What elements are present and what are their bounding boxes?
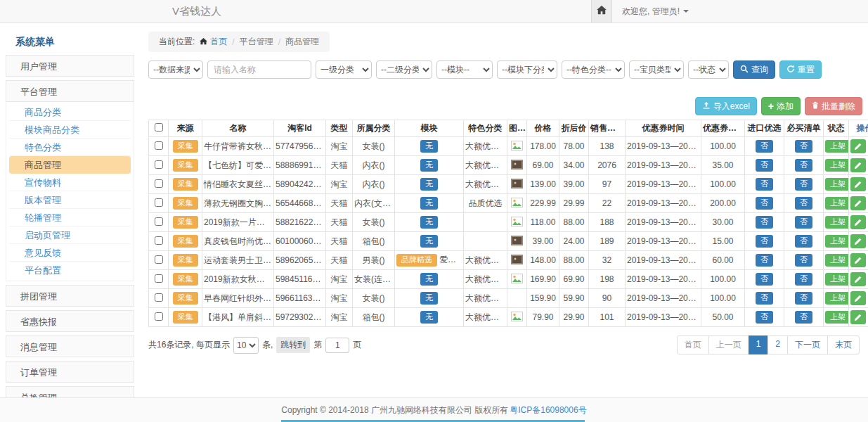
- filter-select-category-level2[interactable]: --二级分类--: [376, 60, 432, 79]
- import-select-badge[interactable]: 否: [756, 178, 773, 191]
- sidebar-subitem-轮播管理[interactable]: 轮播管理: [9, 209, 131, 226]
- cell-coupon-time: 2019-09-13—2019-09-17: [626, 194, 701, 213]
- status-badge[interactable]: 上架: [825, 197, 849, 210]
- filter-select-status[interactable]: --状态--: [688, 60, 729, 79]
- sidebar-subitem-商品管理[interactable]: 商品管理: [9, 156, 131, 174]
- products-table: 来源名称淘客Id类型所属分类模块特色分类图标价格折后价销售数量优惠券时间优惠券金…: [148, 120, 868, 327]
- col-header-折后价: 折后价: [559, 120, 589, 137]
- edit-button[interactable]: [850, 215, 866, 229]
- sidebar-subitem-版本管理[interactable]: 版本管理: [9, 191, 131, 209]
- search-button[interactable]: 查询: [733, 60, 775, 79]
- home-shortcut-button[interactable]: [591, 0, 612, 23]
- cell-must-buy: 否: [784, 213, 824, 232]
- import-select-badge[interactable]: 否: [756, 159, 773, 172]
- filter-select-feature-category[interactable]: --特色分类--: [562, 60, 625, 79]
- edit-button[interactable]: [850, 310, 866, 324]
- sidebar-subitem-意见反馈[interactable]: 意见反馈: [9, 244, 131, 262]
- status-badge[interactable]: 上架: [825, 140, 849, 153]
- sidebar-item-平台管理[interactable]: 平台管理: [6, 80, 134, 102]
- page-button-首页[interactable]: 首页: [677, 335, 709, 354]
- edit-button[interactable]: [850, 158, 866, 172]
- edit-button[interactable]: [850, 272, 866, 286]
- row-checkbox[interactable]: [155, 236, 163, 245]
- sidebar-subitem-模块商品分类[interactable]: 模块商品分类: [9, 121, 131, 139]
- status-badge[interactable]: 上架: [825, 311, 849, 324]
- status-badge[interactable]: 上架: [825, 254, 849, 267]
- sidebar-item-消息管理[interactable]: 消息管理: [6, 335, 134, 357]
- edit-button[interactable]: [850, 196, 866, 210]
- status-badge[interactable]: 上架: [825, 235, 849, 248]
- must-buy-badge[interactable]: 否: [795, 273, 812, 286]
- sidebar-subitem-特色分类[interactable]: 特色分类: [9, 139, 131, 156]
- filter-select-data-source[interactable]: --数据来源--: [148, 60, 203, 79]
- row-checkbox[interactable]: [155, 274, 163, 283]
- row-checkbox[interactable]: [155, 312, 163, 321]
- batch-delete-button[interactable]: 批量删除: [805, 97, 862, 115]
- status-badge[interactable]: 上架: [825, 216, 849, 229]
- must-buy-badge[interactable]: 否: [795, 254, 812, 267]
- import-select-badge[interactable]: 否: [756, 292, 773, 305]
- sidebar-item-拼团管理[interactable]: 拼团管理: [6, 285, 134, 307]
- jump-to-button[interactable]: 跳转到: [276, 337, 310, 353]
- import-select-badge[interactable]: 否: [756, 273, 773, 286]
- import-excel-button[interactable]: 导入excel: [695, 97, 757, 115]
- must-buy-badge[interactable]: 否: [795, 292, 812, 305]
- filter-select-category-level1[interactable]: 一级分类: [316, 60, 372, 79]
- filter-select-module[interactable]: --模块--: [436, 60, 493, 79]
- must-buy-badge[interactable]: 否: [795, 178, 812, 191]
- must-buy-badge[interactable]: 否: [795, 197, 812, 210]
- row-checkbox[interactable]: [155, 160, 163, 169]
- sidebar-subitem-商品分类[interactable]: 商品分类: [9, 103, 131, 121]
- filter-select-module-sub-category[interactable]: --模块下分类--: [497, 60, 557, 79]
- status-badge[interactable]: 上架: [825, 159, 849, 172]
- user-menu[interactable]: 欢迎您, 管理员!: [622, 6, 689, 18]
- sidebar-subitem-宣传物料[interactable]: 宣传物料: [9, 174, 131, 191]
- import-select-badge[interactable]: 否: [756, 235, 773, 248]
- status-badge[interactable]: 上架: [825, 178, 849, 191]
- page-button-1[interactable]: 1: [749, 335, 769, 354]
- reset-button[interactable]: 重置: [779, 60, 822, 79]
- sidebar-item-用户管理[interactable]: 用户管理: [6, 55, 134, 77]
- status-badge[interactable]: 上架: [825, 273, 849, 286]
- sidebar-subitem-启动页管理[interactable]: 启动页管理: [9, 226, 131, 244]
- import-select-badge[interactable]: 否: [756, 311, 773, 324]
- page-button-下一页[interactable]: 下一页: [787, 335, 828, 354]
- page-button-末页[interactable]: 末页: [827, 335, 860, 354]
- sidebar-subitem-平台配置[interactable]: 平台配置: [9, 262, 131, 279]
- import-select-badge[interactable]: 否: [756, 140, 773, 153]
- page-button-上一页[interactable]: 上一页: [708, 335, 749, 354]
- sidebar-item-省惠快报[interactable]: 省惠快报: [6, 310, 134, 332]
- breadcrumb-item: 商品管理: [285, 36, 319, 48]
- cell-import-select: 否: [745, 213, 784, 232]
- sidebar-item-订单管理[interactable]: 订单管理: [6, 361, 134, 383]
- must-buy-badge[interactable]: 否: [795, 216, 812, 229]
- edit-button[interactable]: [850, 234, 866, 248]
- filter-name-input[interactable]: [207, 60, 311, 79]
- must-buy-badge[interactable]: 否: [795, 140, 812, 153]
- import-select-badge[interactable]: 否: [756, 197, 773, 210]
- status-badge[interactable]: 上架: [825, 292, 849, 305]
- filter-select-item-type[interactable]: --宝贝类型--: [629, 60, 684, 79]
- add-button[interactable]: + 添加: [761, 97, 801, 115]
- row-checkbox[interactable]: [155, 217, 163, 226]
- page-number-input[interactable]: [325, 338, 349, 353]
- import-select-badge[interactable]: 否: [756, 254, 773, 267]
- edit-button[interactable]: [850, 139, 866, 153]
- import-select-badge[interactable]: 否: [756, 216, 773, 229]
- page-button-2[interactable]: 2: [767, 335, 788, 354]
- select-all-checkbox[interactable]: [155, 123, 163, 132]
- row-checkbox[interactable]: [155, 198, 163, 207]
- must-buy-badge[interactable]: 否: [795, 159, 812, 172]
- must-buy-badge[interactable]: 否: [795, 311, 812, 324]
- per-page-select[interactable]: 10: [233, 337, 259, 354]
- row-checkbox[interactable]: [155, 141, 163, 150]
- row-checkbox[interactable]: [155, 255, 163, 264]
- icp-link[interactable]: 粤ICP备16098006号: [510, 404, 586, 416]
- must-buy-badge[interactable]: 否: [795, 235, 812, 248]
- edit-button[interactable]: [850, 177, 866, 191]
- edit-button[interactable]: [850, 253, 866, 267]
- row-checkbox[interactable]: [155, 179, 163, 188]
- row-checkbox[interactable]: [155, 293, 163, 302]
- breadcrumb-home-link[interactable]: 首页: [200, 36, 227, 48]
- edit-button[interactable]: [850, 291, 866, 305]
